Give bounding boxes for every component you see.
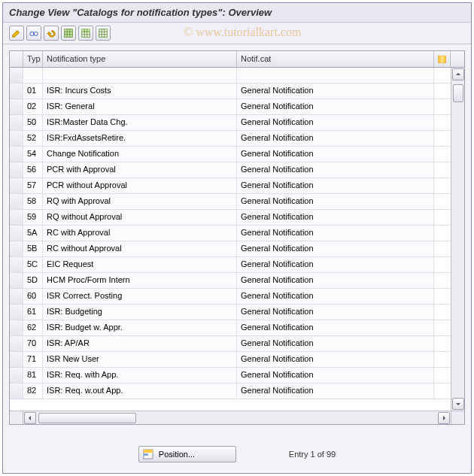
cell-typ[interactable]: 5B: [23, 241, 43, 256]
cell-notification-type[interactable]: ISR New User: [43, 352, 237, 367]
row-selector[interactable]: [10, 257, 23, 272]
cell-notification-type[interactable]: ISR: Budgeting: [43, 305, 237, 320]
cell-notification-type[interactable]: [43, 68, 237, 83]
cell-typ[interactable]: 82: [23, 384, 43, 399]
cell-typ[interactable]: 70: [23, 336, 43, 351]
cell-typ[interactable]: 60: [23, 289, 43, 304]
column-header-select[interactable]: [10, 51, 23, 67]
cell-typ[interactable]: 62: [23, 320, 43, 335]
cell-notification-type[interactable]: ISR Correct. Posting: [43, 289, 237, 304]
cell-typ[interactable]: 57: [23, 178, 43, 193]
row-selector[interactable]: [10, 289, 23, 304]
cell-typ[interactable]: 5C: [23, 257, 43, 272]
cell-notif-cat[interactable]: General Notification: [237, 115, 434, 130]
cell-typ[interactable]: 50: [23, 115, 43, 130]
row-selector[interactable]: [10, 305, 23, 320]
row-selector[interactable]: [10, 131, 23, 146]
row-selector[interactable]: [10, 384, 23, 399]
cell-notification-type[interactable]: ISR:FxdAssetsRetire.: [43, 131, 237, 146]
position-button[interactable]: Position...: [138, 446, 236, 462]
cell-notif-cat[interactable]: General Notification: [237, 226, 434, 241]
cell-notification-type[interactable]: ISR: General: [43, 99, 237, 114]
cell-notification-type[interactable]: RQ without Approval: [43, 210, 237, 225]
row-selector[interactable]: [10, 241, 23, 256]
cell-notif-cat[interactable]: General Notification: [237, 131, 434, 146]
select-block-button[interactable]: [78, 26, 93, 41]
cell-notif-cat[interactable]: General Notification: [237, 305, 434, 320]
cell-notif-cat[interactable]: General Notification: [237, 241, 434, 256]
cell-typ[interactable]: 5D: [23, 273, 43, 288]
row-selector[interactable]: [10, 336, 23, 351]
row-selector[interactable]: [10, 210, 23, 225]
cell-notif-cat[interactable]: General Notification: [237, 210, 434, 225]
column-header-notification-type[interactable]: Notification type: [43, 51, 237, 67]
cell-notification-type[interactable]: RC without Approval: [43, 241, 237, 256]
row-selector[interactable]: [10, 99, 23, 114]
cell-notification-type[interactable]: HCM Proc/Form Intern: [43, 273, 237, 288]
cell-notification-type[interactable]: ISR:Master Data Chg.: [43, 115, 237, 130]
scroll-up-button[interactable]: [452, 68, 464, 80]
vertical-scroll-track[interactable]: [452, 81, 464, 397]
cell-notif-cat[interactable]: General Notification: [237, 83, 434, 99]
cell-typ[interactable]: 02: [23, 99, 43, 114]
column-header-typ[interactable]: Typ: [23, 51, 43, 67]
cell-typ[interactable]: 5A: [23, 226, 43, 241]
horizontal-scroll-thumb[interactable]: [38, 413, 136, 423]
cell-notification-type[interactable]: RC with Approval: [43, 226, 237, 241]
cell-notification-type[interactable]: ISR: Req. with App.: [43, 368, 237, 383]
cell-notification-type[interactable]: PCR without Approval: [43, 178, 237, 193]
cell-notification-type[interactable]: PCR with Approval: [43, 162, 237, 177]
cell-notif-cat[interactable]: General Notification: [237, 162, 434, 177]
undo-button[interactable]: [44, 26, 59, 41]
cell-typ[interactable]: 54: [23, 147, 43, 162]
cell-notification-type[interactable]: ISR: AP/AR: [43, 336, 237, 351]
cell-notif-cat[interactable]: General Notification: [237, 352, 434, 367]
deselect-all-button[interactable]: [96, 26, 111, 41]
glasses-button[interactable]: [26, 26, 41, 41]
row-selector[interactable]: [10, 162, 23, 177]
cell-notif-cat[interactable]: General Notification: [237, 257, 434, 272]
cell-typ[interactable]: 52: [23, 131, 43, 146]
row-selector[interactable]: [10, 194, 23, 209]
row-selector[interactable]: [10, 352, 23, 367]
row-selector[interactable]: [10, 83, 23, 99]
cell-notif-cat[interactable]: General Notification: [237, 147, 434, 162]
cell-notif-cat[interactable]: General Notification: [237, 289, 434, 304]
cell-notification-type[interactable]: EIC Request: [43, 257, 237, 272]
row-selector[interactable]: [10, 368, 23, 383]
cell-notif-cat[interactable]: General Notification: [237, 368, 434, 383]
cell-typ[interactable]: [23, 68, 43, 83]
cell-notification-type[interactable]: ISR: Budget w. Appr.: [43, 320, 237, 335]
horizontal-scroll-track[interactable]: [37, 412, 437, 424]
row-selector[interactable]: [10, 115, 23, 130]
cell-notification-type[interactable]: Change Notification: [43, 147, 237, 162]
other-view-button[interactable]: [9, 26, 24, 41]
row-selector[interactable]: [10, 178, 23, 193]
cell-typ[interactable]: 58: [23, 194, 43, 209]
cell-notif-cat[interactable]: General Notification: [237, 178, 434, 193]
configure-columns-button[interactable]: [434, 51, 451, 67]
cell-notif-cat[interactable]: General Notification: [237, 194, 434, 209]
scroll-down-button[interactable]: [452, 398, 464, 410]
cell-notif-cat[interactable]: General Notification: [237, 320, 434, 335]
cell-typ[interactable]: 56: [23, 162, 43, 177]
cell-notif-cat[interactable]: General Notification: [237, 384, 434, 399]
row-selector[interactable]: [10, 226, 23, 241]
cell-notification-type[interactable]: ISR: Req. w.out App.: [43, 384, 237, 399]
cell-typ[interactable]: 81: [23, 368, 43, 383]
vertical-scroll-thumb[interactable]: [453, 84, 463, 102]
cell-notification-type[interactable]: ISR: Incurs Costs: [43, 83, 237, 99]
cell-typ[interactable]: 01: [23, 83, 43, 99]
cell-notif-cat[interactable]: General Notification: [237, 336, 434, 351]
cell-typ[interactable]: 59: [23, 210, 43, 225]
cell-typ[interactable]: 61: [23, 305, 43, 320]
cell-typ[interactable]: 71: [23, 352, 43, 367]
cell-notif-cat[interactable]: General Notification: [237, 99, 434, 114]
row-selector[interactable]: [10, 273, 23, 288]
cell-notif-cat[interactable]: [237, 68, 434, 83]
row-selector[interactable]: [10, 320, 23, 335]
cell-notification-type[interactable]: RQ with Approval: [43, 194, 237, 209]
row-selector[interactable]: [10, 68, 23, 83]
row-selector[interactable]: [10, 147, 23, 162]
scroll-left-button[interactable]: [24, 412, 36, 424]
